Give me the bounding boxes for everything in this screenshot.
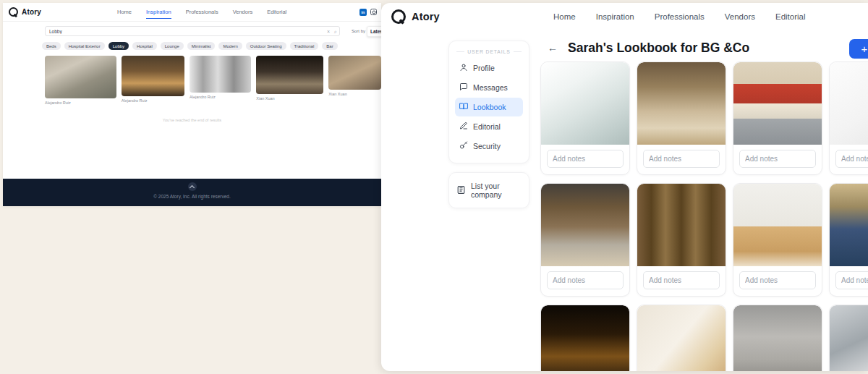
left-browser-window: Atory HomeInspirationProfessionalsVendor… <box>3 3 381 206</box>
brass-elevators-image[interactable] <box>637 184 726 266</box>
filter-chip-outdoor-seating[interactable]: Outdoor Seating <box>246 42 286 50</box>
elevator-hall-photo[interactable] <box>190 56 251 93</box>
filter-chip-lobby[interactable]: Lobby <box>109 42 129 50</box>
sidebar-item-lookbook[interactable]: Lookbook <box>455 98 523 116</box>
filter-chip-minimalist[interactable]: Minimalist <box>187 42 216 50</box>
lookbook-card <box>637 305 726 371</box>
right-browser-window: Atory HomeInspirationProfessionalsVendor… <box>381 3 868 371</box>
clear-search-icon[interactable]: × <box>325 29 332 34</box>
left-nav-item-editorial[interactable]: Editorial <box>267 6 286 18</box>
sidebar-item-editorial[interactable]: Editorial <box>455 117 523 136</box>
add-notes-input[interactable] <box>835 271 868 289</box>
left-nav-item-home[interactable]: Home <box>117 6 132 18</box>
market-stall-image[interactable] <box>830 184 868 266</box>
add-notes-input[interactable] <box>739 150 816 168</box>
user-details-section-label: USER DETAILS <box>456 49 522 54</box>
sidebar-item-security[interactable]: Security <box>455 137 523 156</box>
list-company-label: List your company <box>471 182 522 199</box>
note-input-wrap <box>733 266 822 294</box>
right-nav-item-inspiration[interactable]: Inspiration <box>596 12 634 21</box>
hotel-lobby-image[interactable] <box>637 62 726 145</box>
right-nav-item-professionals[interactable]: Professionals <box>655 12 705 21</box>
bar-counter-photo[interactable] <box>122 56 184 96</box>
atory-logo-icon <box>391 9 406 24</box>
add-notes-input[interactable] <box>739 271 816 289</box>
note-input-wrap <box>830 145 868 173</box>
right-nav-item-editorial[interactable]: Editorial <box>775 12 806 21</box>
gallery-item: Alejandro Ruiz <box>122 56 184 103</box>
reception-desk-image[interactable] <box>733 184 822 266</box>
atory-logo-icon <box>9 7 18 17</box>
note-input-wrap <box>541 266 629 294</box>
add-notes-input[interactable] <box>835 150 868 168</box>
add-notes-input[interactable] <box>547 271 624 289</box>
brand-name: Atory <box>412 11 440 22</box>
operating-room-image[interactable] <box>541 62 629 145</box>
list-company-card: List your company <box>448 172 529 208</box>
filter-chip-hospital[interactable]: Hospital <box>132 42 157 50</box>
left-nav-item-inspiration[interactable]: Inspiration <box>146 6 171 19</box>
add-button[interactable]: + <box>849 39 868 59</box>
user-details-card: USER DETAILS ProfileMessagesLookbookEdit… <box>448 41 529 163</box>
filter-chip-beds[interactable]: Beds <box>42 42 61 50</box>
sort-dropdown[interactable]: Latest first <box>367 26 381 37</box>
add-notes-input[interactable] <box>643 271 720 289</box>
street-cafe-red-awnings-image[interactable] <box>733 62 822 145</box>
hotel-lobby-photo[interactable] <box>328 56 381 90</box>
night-food-stall-image[interactable] <box>541 305 629 371</box>
add-notes-input[interactable] <box>547 150 624 168</box>
user-details-sidebar: USER DETAILS ProfileMessagesLookbookEdit… <box>448 41 529 208</box>
sidebar-item-messages[interactable]: Messages <box>455 78 523 97</box>
linkedin-icon[interactable]: in <box>359 9 367 16</box>
gallery-caption: Alejandro Ruiz <box>190 95 251 99</box>
grey-cafe-interior-image[interactable] <box>733 305 822 371</box>
filter-chip-lounge[interactable]: Lounge <box>161 42 184 50</box>
gallery-item: Xian Xuan <box>328 56 381 96</box>
gallery-caption: Xian Xuan <box>256 96 323 101</box>
filter-chip-modern[interactable]: Modern <box>218 42 242 50</box>
instagram-icon[interactable] <box>370 9 377 15</box>
note-input-wrap <box>637 266 726 294</box>
right-header: Atory HomeInspirationProfessionalsVendor… <box>381 3 868 30</box>
search-input[interactable] <box>46 29 325 34</box>
note-input-wrap <box>541 145 629 173</box>
sidebar-item-profile[interactable]: Profile <box>455 59 523 77</box>
gallery-wall-frames-image[interactable] <box>637 305 726 371</box>
back-to-top-button[interactable] <box>188 182 197 191</box>
lookbook-card <box>540 305 630 371</box>
lookbook-icon <box>459 102 468 112</box>
sidebar-item-label: Messages <box>473 83 508 92</box>
page-footer: © 2025 Atory, Inc. All rights reserved. <box>3 179 381 206</box>
add-notes-input[interactable] <box>643 150 720 168</box>
filter-chip-traditional[interactable]: Traditional <box>290 42 319 50</box>
filter-chips-row: BedsHospital ExteriorLobbyHospitalLounge… <box>3 42 381 50</box>
left-header: Atory HomeInspirationProfessionalsVendor… <box>3 3 381 22</box>
search-box: × ⌕ <box>45 26 340 36</box>
lookbook-card <box>540 183 630 297</box>
sidebar-item-label: Security <box>473 142 501 150</box>
right-nav-item-vendors[interactable]: Vendors <box>725 12 755 21</box>
right-nav-item-home[interactable]: Home <box>553 12 576 21</box>
lobby-interior-photo[interactable] <box>45 56 116 98</box>
right-main-nav: HomeInspirationProfessionalsVendorsEdito… <box>553 3 806 30</box>
gallery-caption: Alejandro Ruiz <box>122 98 184 103</box>
lookbook-card <box>733 305 822 371</box>
filter-chip-bar[interactable]: Bar <box>322 42 337 50</box>
back-arrow-icon[interactable]: ← <box>548 43 558 53</box>
note-input-wrap <box>830 266 868 294</box>
results-gallery: Alejandro RuizAlejandro RuizAlejandro Ru… <box>3 56 381 105</box>
note-input-wrap <box>733 145 822 173</box>
sidebar-item-label: Profile <box>473 64 495 72</box>
left-nav-item-vendors[interactable]: Vendors <box>233 6 253 18</box>
gallery-caption: Xian Xuan <box>328 92 381 96</box>
lookbook-card <box>829 305 868 371</box>
blank-white-frame-image[interactable] <box>830 62 868 145</box>
dark-lounge-photo[interactable] <box>256 56 323 94</box>
left-nav-item-professionals[interactable]: Professionals <box>186 6 218 18</box>
search-icon[interactable]: ⌕ <box>332 29 339 34</box>
conference-room-image[interactable] <box>541 184 629 266</box>
gallery-caption: Alejandro Ruiz <box>45 101 116 105</box>
sidebar-item-list-your-company[interactable]: List your company <box>456 182 522 199</box>
steel-kitchen-image[interactable] <box>830 305 868 371</box>
filter-chip-hospital-exterior[interactable]: Hospital Exterior <box>64 42 105 50</box>
